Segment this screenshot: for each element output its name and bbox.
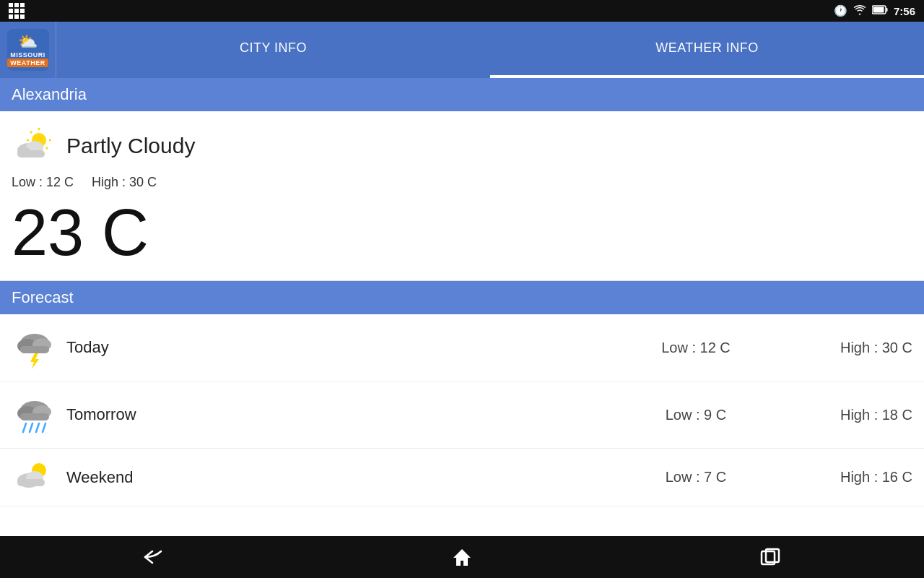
status-bar-right: 🕐 7:56 [834,4,915,17]
time-display: 7:56 [894,5,915,17]
forecast-list: Today Low : 12 C High : 30 C [0,314,924,536]
svg-line-8 [30,131,32,133]
forecast-high-today: High : 30 C [768,340,912,356]
svg-line-25 [36,423,39,432]
forecast-low-today: Low : 12 C [624,340,768,356]
bottom-navigation [0,536,924,578]
svg-marker-31 [453,549,471,566]
battery-icon [872,5,888,17]
app-logo: ⛅ MISSOURI WEATHER [0,22,56,78]
forecast-high-tomorrow: High : 18 C [768,407,912,423]
forecast-title: Forecast [12,288,74,306]
logo-text-missouri: MISSOURI [10,51,45,59]
weather-condition-row: Partly Cloudy [12,123,912,169]
wifi-icon [853,5,866,17]
forecast-icon-today [12,324,58,371]
svg-rect-2 [873,7,884,13]
current-weather-panel: Partly Cloudy Low : 12 C High : 30 C 23 … [0,111,924,280]
app-header: ⛅ MISSOURI WEATHER CITY INFO WEATHER INF… [0,22,924,78]
forecast-day-weekend: Weekend [66,468,624,487]
status-bar: 🕐 7:56 [0,0,924,22]
forecast-section-header: Forecast [0,281,924,314]
forecast-row-today: Today Low : 12 C High : 30 C [0,314,924,381]
forecast-low-weekend: Low : 7 C [624,469,768,486]
svg-line-24 [30,423,32,432]
tab-weather-info-indicator [490,75,924,78]
svg-line-26 [43,423,45,432]
forecast-row-tomorrow: Tomorrow Low : 9 C High : 18 C [0,381,924,449]
home-button[interactable] [440,543,484,571]
recent-apps-button[interactable] [749,543,792,571]
forecast-icon-weekend [12,454,58,501]
forecast-row-weekend: Weekend Low : 7 C High : 16 C [0,449,924,506]
svg-rect-17 [20,346,49,353]
tab-city-info-indicator [56,75,490,78]
forecast-high-weekend: High : 16 C [768,469,912,486]
grid-icon [9,3,25,19]
logo-text-weather: WEATHER [7,59,48,67]
current-temperature: 23 C [12,197,912,269]
forecast-icon-tomorrow [12,392,58,438]
high-temp: High : 30 C [92,175,157,189]
logo-cloud-icon: ⛅ [18,33,38,51]
condition-text: Partly Cloudy [66,134,195,158]
logo-box: ⛅ MISSOURI WEATHER [7,29,49,71]
svg-line-23 [23,423,26,432]
forecast-section: Forecast Today Low : 12 C High : 30 C [0,281,924,536]
tab-weather-info[interactable]: WEATHER INFO [490,22,924,78]
svg-line-9 [46,147,48,149]
city-section-header: Alexandria [0,78,924,111]
alarm-icon: 🕐 [834,4,847,17]
tab-city-info[interactable]: CITY INFO [56,22,490,78]
svg-marker-18 [30,353,39,369]
svg-rect-22 [20,413,49,420]
svg-rect-30 [17,479,45,486]
city-name: Alexandria [12,85,87,103]
low-temp: Low : 12 C [12,175,74,189]
status-bar-left [9,3,25,19]
forecast-day-today: Today [66,338,624,357]
svg-rect-1 [886,8,887,12]
forecast-day-tomorrow: Tomorrow [66,405,624,424]
current-weather-icon [12,123,58,169]
svg-rect-13 [17,150,45,158]
tab-bar: CITY INFO WEATHER INFO [56,22,924,78]
back-button[interactable] [132,543,175,571]
forecast-low-tomorrow: Low : 9 C [624,407,768,423]
low-high-text: Low : 12 C High : 30 C [12,175,912,190]
